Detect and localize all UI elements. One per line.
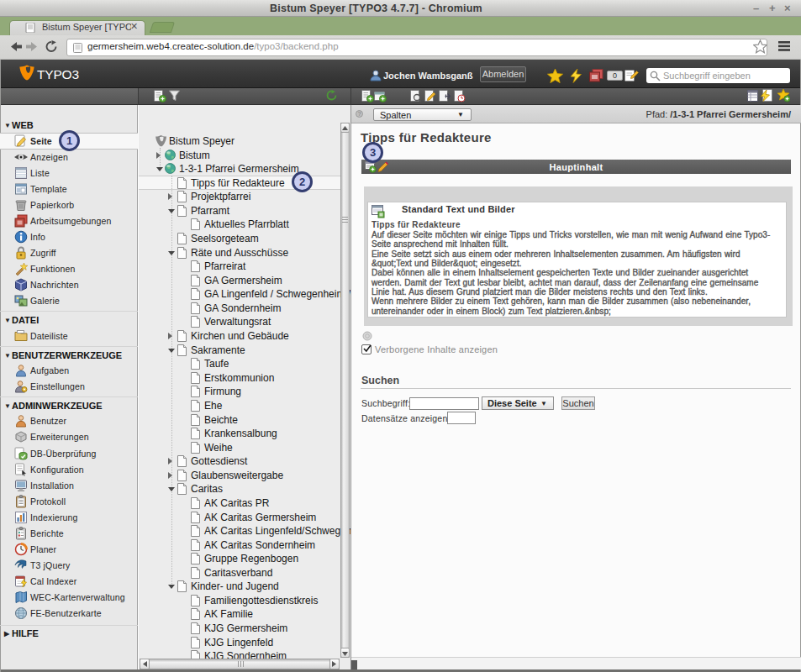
svg-text:?: ? [358,111,361,117]
